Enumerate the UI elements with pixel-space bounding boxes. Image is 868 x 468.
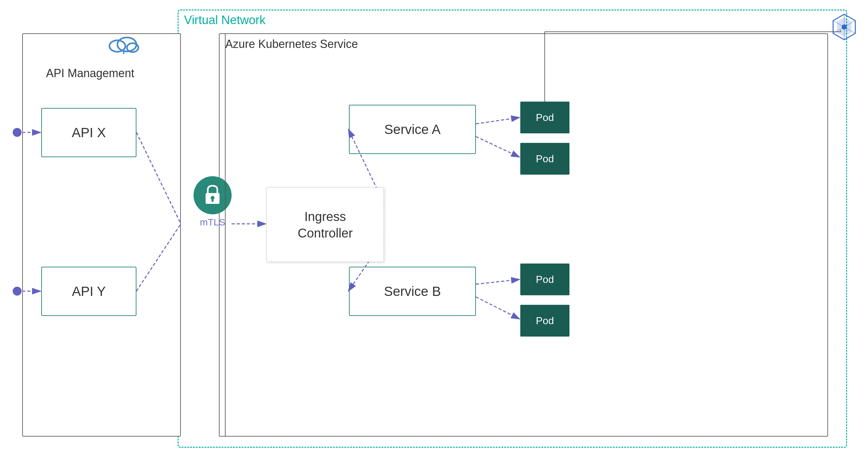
pod-a1: Pod bbox=[520, 101, 569, 133]
entry-dot-top bbox=[13, 128, 22, 137]
mtls-circle bbox=[193, 176, 231, 214]
aks-label: Azure Kubernetes Service bbox=[225, 37, 358, 51]
aks-icon bbox=[830, 13, 859, 42]
mtls-label: mTLS bbox=[200, 217, 225, 228]
service-b-box: Service B bbox=[349, 267, 476, 316]
apim-box bbox=[22, 33, 181, 437]
svg-point-15 bbox=[842, 25, 847, 30]
virtual-network-label: Virtual Network bbox=[184, 13, 266, 27]
pod-b1: Pod bbox=[520, 264, 569, 295]
service-a-box: Service A bbox=[349, 105, 476, 154]
cloud-icon bbox=[108, 29, 140, 54]
svg-rect-9 bbox=[212, 199, 214, 202]
entry-dot-bottom bbox=[13, 287, 22, 296]
mtls-container: mTLS bbox=[193, 176, 231, 228]
pod-b2: Pod bbox=[520, 305, 569, 337]
apim-label: API Management bbox=[46, 67, 134, 80]
ingress-controller-box: IngressController bbox=[267, 187, 384, 262]
api-x-box: API X bbox=[41, 108, 136, 157]
pod-a2: Pod bbox=[520, 143, 569, 175]
diagram-container: Virtual Network Azure Kubernetes Service… bbox=[0, 0, 868, 468]
api-y-box: API Y bbox=[41, 267, 136, 316]
